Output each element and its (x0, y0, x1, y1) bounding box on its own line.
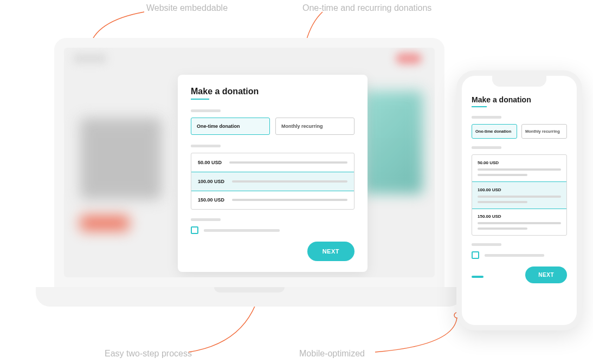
desc-placeholder (478, 174, 527, 176)
title-underline (472, 106, 487, 107)
laptop-frame: Make a donation One-time donation Monthl… (54, 38, 444, 309)
callout-two-step: Easy two-step process (105, 349, 192, 359)
phone-frame: Make a donation One-time donation Monthl… (456, 70, 582, 330)
progress-indicator (472, 276, 484, 278)
amount-label: 50.00 USD (478, 160, 561, 165)
tab-one-time-mobile[interactable]: One-time donation (472, 124, 517, 139)
checkbox-label-placeholder (485, 254, 544, 257)
option-checkbox-row-mobile (472, 251, 567, 259)
amount-option-150-mobile[interactable]: 150.00 USD (472, 209, 566, 235)
frequency-tabs-mobile: One-time donation Monthly recurring (472, 124, 567, 139)
amount-list-mobile: 50.00 USD 100.00 USD 150.00 USD (472, 154, 567, 236)
desc-placeholder (478, 168, 561, 171)
desc-placeholder (478, 201, 527, 203)
amount-label: 150.00 USD (198, 197, 224, 203)
desc-placeholder (232, 199, 347, 201)
field-label-placeholder (472, 116, 501, 119)
callout-recurring: One-time and recurring donations (302, 3, 431, 13)
option-checkbox[interactable] (191, 226, 198, 234)
callout-embeddable: Website embeddable (146, 3, 228, 13)
desc-placeholder (229, 161, 347, 164)
donation-card-mobile: Make a donation One-time donation Monthl… (462, 76, 577, 325)
next-button[interactable]: NEXT (307, 242, 354, 261)
amount-option-50[interactable]: 50.00 USD (191, 153, 354, 172)
amount-label: 50.00 USD (198, 160, 222, 165)
donation-title: Make a donation (191, 87, 354, 96)
amount-label: 150.00 USD (478, 214, 561, 219)
amount-option-100[interactable]: 100.00 USD (191, 172, 354, 191)
donation-card-desktop: Make a donation One-time donation Monthl… (178, 75, 368, 272)
tab-monthly[interactable]: Monthly recurring (275, 118, 354, 135)
amount-list: 50.00 USD 100.00 USD 150.00 USD (191, 153, 354, 210)
amount-label: 100.00 USD (198, 179, 224, 184)
desc-placeholder (478, 196, 561, 198)
tab-one-time[interactable]: One-time donation (191, 118, 270, 135)
laptop-base (36, 287, 463, 307)
field-label-placeholder (191, 109, 221, 112)
field-label-placeholder (472, 146, 501, 149)
tab-monthly-mobile[interactable]: Monthly recurring (521, 124, 567, 139)
amount-option-100-mobile[interactable]: 100.00 USD (472, 181, 567, 209)
title-underline (191, 99, 209, 100)
option-checkbox-row (191, 226, 354, 234)
checkbox-label-placeholder (204, 229, 280, 232)
donation-title-mobile: Make a donation (472, 95, 567, 104)
field-label-placeholder (191, 218, 221, 221)
frequency-tabs: One-time donation Monthly recurring (191, 118, 354, 135)
laptop-screen: Make a donation One-time donation Monthl… (54, 38, 444, 287)
callout-mobile: Mobile-optimized (299, 349, 365, 359)
phone-notch (492, 75, 546, 87)
field-label-placeholder (472, 243, 501, 246)
amount-label: 100.00 USD (478, 187, 561, 192)
desc-placeholder (232, 180, 347, 183)
next-button-mobile[interactable]: NEXT (525, 266, 567, 283)
option-checkbox-mobile[interactable] (472, 251, 479, 259)
desc-placeholder (478, 227, 527, 230)
amount-option-150[interactable]: 150.00 USD (191, 191, 354, 209)
field-label-placeholder (191, 145, 221, 147)
amount-option-50-mobile[interactable]: 50.00 USD (472, 155, 566, 182)
desc-placeholder (478, 222, 561, 224)
